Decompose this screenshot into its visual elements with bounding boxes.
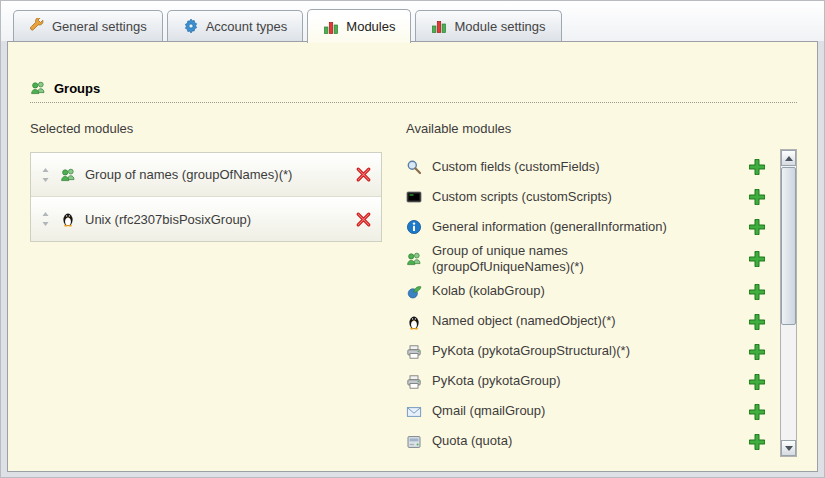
add-module-button[interactable]: [749, 314, 765, 330]
available-module-row: Group of unique names (groupOfUniqueName…: [406, 242, 765, 277]
penguin-icon: [60, 211, 76, 227]
available-modules-list: Custom fields (customFields)Custom scrip…: [406, 152, 765, 457]
selected-modules-heading: Selected modules: [30, 121, 382, 136]
available-module-row: General information (generalInformation): [406, 212, 765, 242]
mail-icon: [406, 404, 422, 420]
selected-module-label: Group of names (groupOfNames)(*): [85, 167, 292, 182]
available-module-row: Kolab (kolabGroup): [406, 277, 765, 307]
group-icon: [406, 251, 422, 267]
scrollbar[interactable]: [780, 149, 797, 457]
add-module-button[interactable]: [749, 374, 765, 390]
printer-icon: [406, 374, 422, 390]
tab-general-settings[interactable]: General settings: [13, 10, 163, 41]
arrow-up-icon: [785, 156, 793, 161]
available-modules-column: Available modules Custom fields (customF…: [406, 113, 797, 457]
available-module-label: Custom fields (customFields): [432, 159, 600, 175]
available-module-label: PyKota (pykotaGroup): [432, 373, 561, 389]
tab-bar: General settings Account types Modules M…: [1, 1, 824, 41]
add-module-button[interactable]: [749, 159, 765, 175]
add-module-button[interactable]: [749, 344, 765, 360]
add-module-button[interactable]: [749, 251, 765, 267]
kolab-icon: [406, 284, 422, 300]
available-module-label: Quota (quota): [432, 433, 512, 449]
tab-label: Module settings: [454, 19, 545, 34]
gear-icon: [183, 18, 199, 34]
available-module-label: Custom scripts (customScripts): [432, 189, 612, 205]
module-columns: Selected modules Group of names (groupOf…: [30, 113, 797, 457]
add-module-button[interactable]: [749, 189, 765, 205]
info-icon: [406, 219, 422, 235]
remove-module-button[interactable]: [355, 166, 372, 183]
scrollbar-thumb[interactable]: [781, 167, 796, 325]
add-module-button[interactable]: [749, 404, 765, 420]
available-module-label: Kolab (kolabGroup): [432, 283, 545, 299]
script-icon: [406, 189, 422, 205]
available-module-row: Named object (namedObject)(*): [406, 307, 765, 337]
available-modules-heading: Available modules: [406, 121, 765, 136]
printer-icon: [406, 344, 422, 360]
tab-label: Modules: [346, 19, 395, 34]
arrow-down-icon: [785, 446, 793, 451]
modules-icon: [431, 18, 447, 34]
available-module-row: Qmail (qmailGroup): [406, 397, 765, 427]
available-module-label: PyKota (pykotaGroupStructural)(*): [432, 343, 630, 359]
drag-handle-icon[interactable]: [40, 168, 51, 182]
tab-account-types[interactable]: Account types: [167, 10, 304, 41]
quota-icon: [406, 434, 422, 450]
remove-module-button[interactable]: [355, 211, 372, 228]
selected-module-row: Unix (rfc2307bisPosixGroup): [31, 197, 381, 241]
section-title: Groups: [54, 81, 100, 96]
selected-modules-list: Group of names (groupOfNames)(*)Unix (rf…: [30, 152, 382, 242]
available-module-label: Group of unique names (groupOfUniqueName…: [432, 243, 684, 276]
selected-modules-column: Selected modules Group of names (groupOf…: [30, 113, 382, 457]
group-icon: [30, 80, 46, 96]
available-module-label: General information (generalInformation): [432, 219, 667, 235]
magnifier-icon: [406, 159, 422, 175]
wrench-icon: [29, 18, 45, 34]
add-module-button[interactable]: [749, 434, 765, 450]
add-module-button[interactable]: [749, 219, 765, 235]
tab-label: General settings: [52, 19, 147, 34]
penguin-icon: [406, 314, 422, 330]
available-module-row: PyKota (pykotaGroupStructural)(*): [406, 337, 765, 367]
add-module-button[interactable]: [749, 284, 765, 300]
tab-modules[interactable]: Modules: [307, 9, 411, 43]
scroll-down-button[interactable]: [781, 440, 796, 456]
available-module-row: Custom scripts (customScripts): [406, 182, 765, 212]
drag-handle-icon[interactable]: [40, 212, 51, 226]
group-icon: [60, 167, 76, 183]
modules-icon: [323, 19, 339, 35]
modules-panel: Groups Selected modules Group of names (…: [7, 41, 818, 472]
available-module-row: Quota (quota): [406, 427, 765, 457]
available-module-label: Named object (namedObject)(*): [432, 313, 616, 329]
scroll-up-button[interactable]: [781, 150, 796, 166]
tab-label: Account types: [206, 19, 288, 34]
selected-module-label: Unix (rfc2307bisPosixGroup): [85, 212, 251, 227]
available-module-label: Qmail (qmailGroup): [432, 403, 545, 419]
lam-config-page: General settings Account types Modules M…: [0, 0, 825, 478]
tab-module-settings[interactable]: Module settings: [415, 10, 561, 41]
available-module-row: Custom fields (customFields): [406, 152, 765, 182]
section-header: Groups: [30, 80, 797, 103]
available-module-row: PyKota (pykotaGroup): [406, 367, 765, 397]
selected-module-row: Group of names (groupOfNames)(*): [31, 153, 381, 197]
